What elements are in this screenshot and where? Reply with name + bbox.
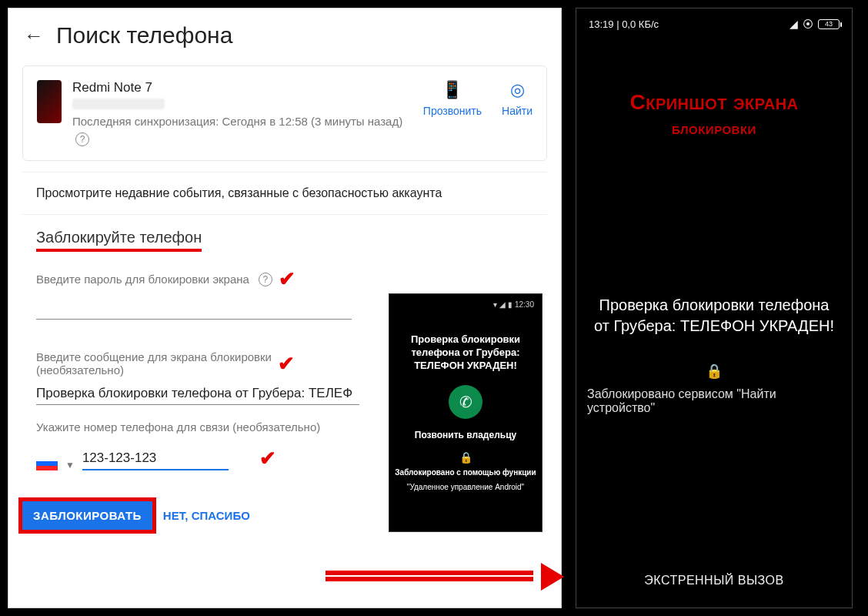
find-action[interactable]: ◎ Найти xyxy=(502,80,532,117)
lockscreen-screenshot: 13:19 | 0,0 КБ/с ◢ ⦿ 43 Скриншот экрана … xyxy=(576,8,853,608)
status-time: 13:19 | 0,0 КБ/с xyxy=(589,18,659,30)
checkmark-icon: ✔ xyxy=(278,352,295,376)
phone-input[interactable] xyxy=(82,447,229,470)
message-input[interactable] xyxy=(36,383,359,405)
checkmark-icon: ✔ xyxy=(279,267,295,291)
device-name: Redmi Note 7 xyxy=(72,80,412,95)
ring-icon: 📱 xyxy=(442,80,462,100)
page-title: Поиск телефона xyxy=(56,22,232,49)
lock-title: Заблокируйте телефон xyxy=(36,229,202,252)
phone-icon: ✆ xyxy=(459,393,472,411)
ring-action[interactable]: 📱 Прозвонить xyxy=(423,80,482,117)
help-icon[interactable]: ? xyxy=(75,132,89,146)
call-owner-label: Позвонить владельцу xyxy=(415,430,516,440)
lock-icon: 🔒 xyxy=(584,363,844,380)
locate-icon: ◎ xyxy=(510,80,525,100)
signal-icon: ◢ xyxy=(790,18,798,30)
checkmark-icon: ✔ xyxy=(259,447,276,470)
app-header: ← Поиск телефона xyxy=(8,8,561,59)
lockscreen-message: Проверка блокировки телефона от Грубера:… xyxy=(584,295,844,336)
device-account-blurred xyxy=(72,99,165,109)
password-label-row: Введите пароль для блокировки экрана ? ✔ xyxy=(36,267,533,291)
back-arrow-icon[interactable]: ← xyxy=(24,24,44,48)
cancel-button[interactable]: НЕТ, СПАСИБО xyxy=(163,509,250,522)
locked-by-service: "Удаленное управление Android" xyxy=(407,483,524,491)
wifi-icon: ⦿ xyxy=(803,18,813,30)
flag-ru-icon[interactable] xyxy=(36,457,58,470)
events-text: Просмотрите недавние события, связанные … xyxy=(36,186,533,200)
signal-icon: ▾ ◢ xyxy=(493,300,506,309)
lock-message: Проверка блокировки телефона от Грубера:… xyxy=(394,333,537,373)
device-thumbnail-icon xyxy=(37,80,62,123)
password-input[interactable] xyxy=(36,297,352,320)
locked-by-text: Заблокировано сервисом "Найти устройство… xyxy=(584,387,844,415)
status-bar: 13:19 | 0,0 КБ/с ◢ ⦿ 43 xyxy=(584,15,844,33)
locked-by-label: Заблокировано с помощью функции xyxy=(395,468,536,477)
find-phone-panel: ← Поиск телефона Redmi Note 7 Последняя … xyxy=(8,8,562,608)
help-icon[interactable]: ? xyxy=(259,273,272,286)
annotation-arrow-icon xyxy=(326,567,564,584)
battery-icon: ▮ xyxy=(508,300,512,309)
lock-preview-phone: ▾ ◢ ▮ 12:30 Проверка блокировки телефона… xyxy=(389,293,542,532)
lock-icon: 🔒 xyxy=(459,451,472,464)
emergency-call-button[interactable]: ЭКСТРЕННЫЙ ВЫЗОВ xyxy=(584,574,844,588)
lock-button[interactable]: ЗАБЛОКИРОВАТЬ xyxy=(22,501,152,530)
chevron-down-icon[interactable]: ▼ xyxy=(65,460,75,470)
call-owner-button[interactable]: ✆ xyxy=(449,385,482,419)
annotation-heading: Скриншот экрана блокировки xyxy=(584,87,844,141)
device-sync-text: Последняя синхронизация: Сегодня в 12:58… xyxy=(72,114,412,146)
events-section[interactable]: Просмотрите недавние события, связанные … xyxy=(22,172,547,209)
device-card: Redmi Note 7 Последняя синхронизация: Се… xyxy=(22,65,547,161)
battery-icon: 43 xyxy=(818,19,840,29)
